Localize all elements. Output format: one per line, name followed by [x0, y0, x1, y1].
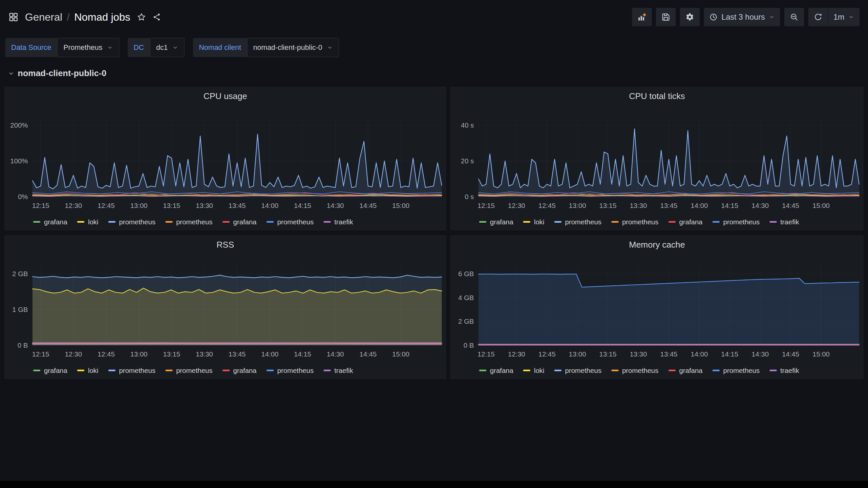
legend-swatch [479, 369, 486, 371]
refresh-icon [814, 13, 823, 21]
legend-item-grafana[interactable]: grafana [669, 218, 703, 226]
x-tick-label: 14:00 [691, 350, 708, 358]
legend-label: traefik [780, 218, 799, 226]
x-tick-label: 14:15 [294, 350, 311, 358]
legend-item-grafana[interactable]: grafana [222, 218, 257, 226]
legend-item-loki[interactable]: loki [523, 367, 545, 375]
x-tick-label: 14:15 [721, 202, 738, 209]
cpu-usage-chart[interactable]: 12:1512:3012:4513:0013:1513:3013:4514:00… [5, 106, 446, 214]
x-tick-label: 14:30 [751, 202, 769, 209]
legend-item-prometheus[interactable]: prometheus [267, 367, 314, 375]
zoom-out-button[interactable] [784, 8, 804, 26]
legend-item-grafana[interactable]: grafana [33, 218, 67, 226]
chevron-down-icon [848, 14, 854, 20]
legend-item-traefik[interactable]: traefik [323, 367, 353, 375]
legend-item-grafana[interactable]: grafana [479, 367, 513, 375]
legend-swatch [108, 221, 116, 223]
legend-item-loki[interactable]: loki [523, 218, 545, 226]
refresh-button[interactable] [808, 8, 828, 26]
legend-item-loki[interactable]: loki [77, 218, 98, 226]
panel-title[interactable]: CPU usage [5, 87, 446, 106]
variable-data-source-select[interactable]: Prometheus [57, 38, 119, 57]
legend-item-grafana[interactable]: grafana [33, 367, 67, 375]
x-tick-label: 15:00 [392, 350, 409, 358]
x-tick-label: 14:30 [751, 350, 769, 358]
legend-swatch [33, 221, 40, 223]
dashboard-row-header[interactable]: nomad-client-public-0 [0, 68, 868, 78]
dashboard-settings-button[interactable] [680, 8, 700, 26]
legend-item-prometheus[interactable]: prometheus [108, 218, 156, 226]
legend-item-prometheus[interactable]: prometheus [611, 218, 659, 226]
x-tick-label: 13:15 [163, 202, 181, 209]
legend-label: grafana [490, 218, 513, 226]
row-title: nomad-client-public-0 [18, 68, 106, 78]
legend-item-prometheus[interactable]: prometheus [554, 218, 601, 226]
add-panel-button[interactable] [632, 8, 652, 26]
legend-item-traefik[interactable]: traefik [770, 367, 799, 375]
legend-item-traefik[interactable]: traefik [323, 218, 353, 226]
legend-item-grafana[interactable]: grafana [479, 218, 513, 226]
legend-item-prometheus[interactable]: prometheus [165, 218, 213, 226]
star-icon[interactable] [137, 12, 146, 22]
dashboards-grid-icon[interactable] [8, 12, 19, 22]
legend-item-prometheus[interactable]: prometheus [712, 218, 760, 226]
legend-label: traefik [334, 218, 353, 226]
legend-label: prometheus [119, 218, 156, 226]
legend-label: grafana [679, 218, 703, 226]
legend-swatch [323, 221, 331, 223]
cpu-total-ticks-legend: grafanalokiprometheusprometheusgrafanapr… [451, 214, 863, 230]
x-tick-label: 15:00 [812, 202, 830, 209]
legend-swatch [108, 369, 116, 371]
x-tick-label: 14:45 [359, 350, 377, 358]
legend-item-traefik[interactable]: traefik [770, 218, 799, 226]
y-tick-label: 100% [10, 157, 28, 165]
legend-label: traefik [780, 367, 799, 375]
legend-item-grafana[interactable]: grafana [222, 367, 257, 375]
breadcrumb-dashboard[interactable]: Nomad jobs [74, 11, 130, 23]
time-range-picker[interactable]: Last 3 hours [704, 8, 780, 26]
panel-title[interactable]: Memory cache [451, 236, 863, 254]
legend-item-grafana[interactable]: grafana [669, 367, 703, 375]
panel-title[interactable]: RSS [5, 236, 446, 254]
legend-item-prometheus[interactable]: prometheus [611, 367, 659, 375]
legend-swatch [33, 369, 40, 371]
legend-item-loki[interactable]: loki [77, 367, 98, 375]
refresh-interval-dropdown[interactable]: 1m [828, 8, 860, 26]
legend-swatch [222, 221, 230, 223]
legend-label: grafana [44, 218, 67, 226]
legend-item-prometheus[interactable]: prometheus [108, 367, 156, 375]
legend-item-prometheus[interactable]: prometheus [165, 367, 213, 375]
legend-swatch [669, 369, 676, 371]
chevron-down-icon [769, 14, 775, 20]
memory-cache-chart[interactable]: 12:1512:3012:4513:0013:1513:3013:4514:00… [451, 254, 863, 362]
x-tick-label: 12:15 [477, 202, 495, 209]
rss-chart[interactable]: 12:1512:3012:4513:0013:1513:3013:4514:00… [5, 254, 446, 362]
legend-item-prometheus[interactable]: prometheus [554, 367, 601, 375]
y-tick-label: 200% [10, 121, 28, 129]
legend-label: prometheus [176, 218, 213, 226]
variable-dc-label: DC [128, 38, 150, 57]
row-collapse-icon [8, 70, 14, 77]
share-icon[interactable] [153, 13, 161, 21]
panel-title[interactable]: CPU total ticks [451, 87, 863, 106]
legend-label: prometheus [277, 367, 314, 375]
x-tick-label: 12:45 [538, 350, 556, 358]
legend-item-prometheus[interactable]: prometheus [712, 367, 760, 375]
variable-dc-select[interactable]: dc1 [150, 38, 184, 57]
breadcrumb-folder[interactable]: General [25, 11, 62, 23]
y-tick-label: 0 B [18, 341, 28, 349]
save-dashboard-button[interactable] [656, 8, 676, 26]
variable-nomad-client-select[interactable]: nomad-client-public-0 [247, 38, 339, 57]
y-tick-label: 0% [18, 193, 28, 200]
x-tick-label: 14:30 [327, 350, 344, 358]
cpu-total-ticks-chart[interactable]: 12:1512:3012:4513:0013:1513:3013:4514:00… [451, 106, 863, 214]
variable-data-source-value: Prometheus [63, 43, 102, 52]
legend-swatch [712, 369, 720, 371]
legend-label: prometheus [622, 218, 659, 226]
variable-data-source-label: Data Source [5, 38, 57, 57]
legend-label: traefik [334, 367, 353, 375]
legend-swatch [222, 369, 230, 371]
chevron-down-icon [172, 44, 178, 51]
legend-swatch [267, 221, 274, 223]
legend-item-prometheus[interactable]: prometheus [267, 218, 314, 226]
